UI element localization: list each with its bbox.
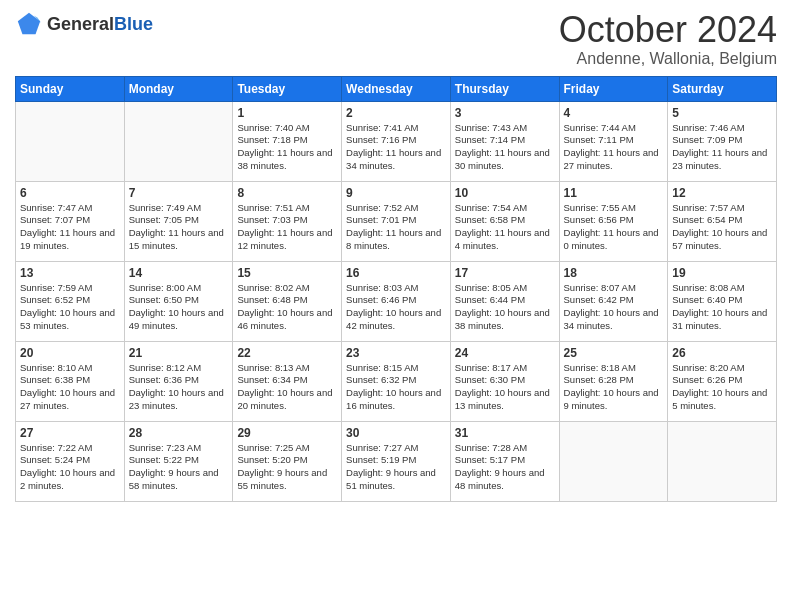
day-number: 29: [237, 426, 337, 440]
cell-info: Sunrise: 8:18 AM Sunset: 6:28 PM Dayligh…: [564, 362, 664, 413]
cell-info: Sunrise: 8:17 AM Sunset: 6:30 PM Dayligh…: [455, 362, 555, 413]
day-number: 25: [564, 346, 664, 360]
week-row-3: 13Sunrise: 7:59 AM Sunset: 6:52 PM Dayli…: [16, 261, 777, 341]
calendar-cell: 6Sunrise: 7:47 AM Sunset: 7:07 PM Daylig…: [16, 181, 125, 261]
weekday-header-saturday: Saturday: [668, 76, 777, 101]
calendar-cell: 8Sunrise: 7:51 AM Sunset: 7:03 PM Daylig…: [233, 181, 342, 261]
calendar-cell: 26Sunrise: 8:20 AM Sunset: 6:26 PM Dayli…: [668, 341, 777, 421]
calendar-table: SundayMondayTuesdayWednesdayThursdayFrid…: [15, 76, 777, 502]
cell-info: Sunrise: 7:25 AM Sunset: 5:20 PM Dayligh…: [237, 442, 337, 493]
day-number: 23: [346, 346, 446, 360]
calendar-cell: 16Sunrise: 8:03 AM Sunset: 6:46 PM Dayli…: [342, 261, 451, 341]
cell-info: Sunrise: 8:02 AM Sunset: 6:48 PM Dayligh…: [237, 282, 337, 333]
weekday-header-friday: Friday: [559, 76, 668, 101]
cell-info: Sunrise: 7:23 AM Sunset: 5:22 PM Dayligh…: [129, 442, 229, 493]
calendar-cell: 29Sunrise: 7:25 AM Sunset: 5:20 PM Dayli…: [233, 421, 342, 501]
cell-info: Sunrise: 7:41 AM Sunset: 7:16 PM Dayligh…: [346, 122, 446, 173]
day-number: 27: [20, 426, 120, 440]
title-block: October 2024 Andenne, Wallonia, Belgium: [559, 10, 777, 68]
day-number: 3: [455, 106, 555, 120]
cell-info: Sunrise: 7:54 AM Sunset: 6:58 PM Dayligh…: [455, 202, 555, 253]
cell-info: Sunrise: 7:52 AM Sunset: 7:01 PM Dayligh…: [346, 202, 446, 253]
day-number: 24: [455, 346, 555, 360]
cell-info: Sunrise: 7:49 AM Sunset: 7:05 PM Dayligh…: [129, 202, 229, 253]
day-number: 4: [564, 106, 664, 120]
calendar-cell: 5Sunrise: 7:46 AM Sunset: 7:09 PM Daylig…: [668, 101, 777, 181]
week-row-4: 20Sunrise: 8:10 AM Sunset: 6:38 PM Dayli…: [16, 341, 777, 421]
day-number: 19: [672, 266, 772, 280]
day-number: 16: [346, 266, 446, 280]
calendar-cell: 27Sunrise: 7:22 AM Sunset: 5:24 PM Dayli…: [16, 421, 125, 501]
calendar-cell: 3Sunrise: 7:43 AM Sunset: 7:14 PM Daylig…: [450, 101, 559, 181]
week-row-5: 27Sunrise: 7:22 AM Sunset: 5:24 PM Dayli…: [16, 421, 777, 501]
header: GeneralBlue October 2024 Andenne, Wallon…: [15, 10, 777, 68]
day-number: 21: [129, 346, 229, 360]
calendar-cell: 20Sunrise: 8:10 AM Sunset: 6:38 PM Dayli…: [16, 341, 125, 421]
cell-info: Sunrise: 7:47 AM Sunset: 7:07 PM Dayligh…: [20, 202, 120, 253]
day-number: 31: [455, 426, 555, 440]
day-number: 6: [20, 186, 120, 200]
week-row-2: 6Sunrise: 7:47 AM Sunset: 7:07 PM Daylig…: [16, 181, 777, 261]
calendar-cell: 1Sunrise: 7:40 AM Sunset: 7:18 PM Daylig…: [233, 101, 342, 181]
svg-marker-0: [18, 13, 40, 34]
cell-info: Sunrise: 8:00 AM Sunset: 6:50 PM Dayligh…: [129, 282, 229, 333]
day-number: 15: [237, 266, 337, 280]
calendar-cell: 15Sunrise: 8:02 AM Sunset: 6:48 PM Dayli…: [233, 261, 342, 341]
cell-info: Sunrise: 8:05 AM Sunset: 6:44 PM Dayligh…: [455, 282, 555, 333]
cell-info: Sunrise: 7:55 AM Sunset: 6:56 PM Dayligh…: [564, 202, 664, 253]
day-number: 30: [346, 426, 446, 440]
week-row-1: 1Sunrise: 7:40 AM Sunset: 7:18 PM Daylig…: [16, 101, 777, 181]
day-number: 20: [20, 346, 120, 360]
calendar-cell: 7Sunrise: 7:49 AM Sunset: 7:05 PM Daylig…: [124, 181, 233, 261]
calendar-cell: 28Sunrise: 7:23 AM Sunset: 5:22 PM Dayli…: [124, 421, 233, 501]
calendar-cell: 17Sunrise: 8:05 AM Sunset: 6:44 PM Dayli…: [450, 261, 559, 341]
day-number: 2: [346, 106, 446, 120]
weekday-header-monday: Monday: [124, 76, 233, 101]
cell-info: Sunrise: 7:51 AM Sunset: 7:03 PM Dayligh…: [237, 202, 337, 253]
calendar-cell: [668, 421, 777, 501]
day-number: 22: [237, 346, 337, 360]
cell-info: Sunrise: 8:20 AM Sunset: 6:26 PM Dayligh…: [672, 362, 772, 413]
logo: GeneralBlue: [15, 10, 153, 38]
day-number: 12: [672, 186, 772, 200]
calendar-cell: 31Sunrise: 7:28 AM Sunset: 5:17 PM Dayli…: [450, 421, 559, 501]
calendar-cell: 4Sunrise: 7:44 AM Sunset: 7:11 PM Daylig…: [559, 101, 668, 181]
cell-info: Sunrise: 8:07 AM Sunset: 6:42 PM Dayligh…: [564, 282, 664, 333]
weekday-header-thursday: Thursday: [450, 76, 559, 101]
calendar-cell: 21Sunrise: 8:12 AM Sunset: 6:36 PM Dayli…: [124, 341, 233, 421]
day-number: 5: [672, 106, 772, 120]
calendar-cell: 19Sunrise: 8:08 AM Sunset: 6:40 PM Dayli…: [668, 261, 777, 341]
cell-info: Sunrise: 7:28 AM Sunset: 5:17 PM Dayligh…: [455, 442, 555, 493]
logo-blue: Blue: [114, 14, 153, 34]
cell-info: Sunrise: 8:13 AM Sunset: 6:34 PM Dayligh…: [237, 362, 337, 413]
cell-info: Sunrise: 7:22 AM Sunset: 5:24 PM Dayligh…: [20, 442, 120, 493]
day-number: 13: [20, 266, 120, 280]
calendar-cell: 18Sunrise: 8:07 AM Sunset: 6:42 PM Dayli…: [559, 261, 668, 341]
weekday-header-wednesday: Wednesday: [342, 76, 451, 101]
calendar-cell: 24Sunrise: 8:17 AM Sunset: 6:30 PM Dayli…: [450, 341, 559, 421]
calendar-cell: [559, 421, 668, 501]
day-number: 11: [564, 186, 664, 200]
day-number: 17: [455, 266, 555, 280]
title-month-year: October 2024: [559, 10, 777, 50]
title-location: Andenne, Wallonia, Belgium: [559, 50, 777, 68]
day-number: 14: [129, 266, 229, 280]
cell-info: Sunrise: 8:08 AM Sunset: 6:40 PM Dayligh…: [672, 282, 772, 333]
day-number: 7: [129, 186, 229, 200]
calendar-cell: 2Sunrise: 7:41 AM Sunset: 7:16 PM Daylig…: [342, 101, 451, 181]
page: GeneralBlue October 2024 Andenne, Wallon…: [0, 0, 792, 612]
calendar-cell: 30Sunrise: 7:27 AM Sunset: 5:19 PM Dayli…: [342, 421, 451, 501]
cell-info: Sunrise: 8:12 AM Sunset: 6:36 PM Dayligh…: [129, 362, 229, 413]
cell-info: Sunrise: 7:57 AM Sunset: 6:54 PM Dayligh…: [672, 202, 772, 253]
day-number: 26: [672, 346, 772, 360]
logo-general: General: [47, 14, 114, 34]
calendar-cell: 14Sunrise: 8:00 AM Sunset: 6:50 PM Dayli…: [124, 261, 233, 341]
day-number: 10: [455, 186, 555, 200]
logo-icon: [15, 10, 43, 38]
calendar-cell: 9Sunrise: 7:52 AM Sunset: 7:01 PM Daylig…: [342, 181, 451, 261]
calendar-cell: 22Sunrise: 8:13 AM Sunset: 6:34 PM Dayli…: [233, 341, 342, 421]
day-number: 28: [129, 426, 229, 440]
cell-info: Sunrise: 7:40 AM Sunset: 7:18 PM Dayligh…: [237, 122, 337, 173]
calendar-cell: 13Sunrise: 7:59 AM Sunset: 6:52 PM Dayli…: [16, 261, 125, 341]
calendar-cell: 25Sunrise: 8:18 AM Sunset: 6:28 PM Dayli…: [559, 341, 668, 421]
